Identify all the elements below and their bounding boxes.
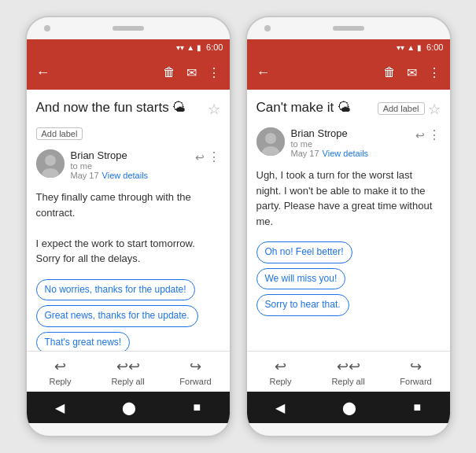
smart-reply-2-1[interactable]: We will miss you! xyxy=(256,268,346,290)
sender-date-row-2: May 17 View details xyxy=(291,149,409,158)
view-details-2[interactable]: View details xyxy=(323,149,369,158)
nav-bar-1: ◀ ⬤ ■ xyxy=(27,392,230,423)
reply-btn-label-2: Reply xyxy=(269,377,291,386)
toolbar-2: ← 🗑 ✉ ⋮ xyxy=(247,55,450,90)
phone-top-1 xyxy=(27,17,230,39)
status-bar-1: ▾▾ ▲ ▮ 6:00 xyxy=(27,39,230,55)
reply-icon-sm-1[interactable]: ↩ xyxy=(195,151,205,164)
sender-row-2: Brian Strope to me May 17 View details ↩… xyxy=(256,127,441,158)
reply-btn-icon-1: ↩ xyxy=(54,358,66,375)
sender-actions-1: ↩ ⋮ xyxy=(195,149,220,164)
reply-btn-icon-2: ↩ xyxy=(275,358,286,375)
delete-icon-2[interactable]: 🗑 xyxy=(380,62,399,83)
nav-recent-1[interactable]: ■ xyxy=(180,397,213,418)
status-icons-1: ▾▾ ▲ ▮ xyxy=(176,43,201,52)
avatar-svg-1 xyxy=(36,149,65,178)
sender-more-icon-2[interactable]: ⋮ xyxy=(428,127,441,142)
add-label-1[interactable]: Add label xyxy=(36,124,220,140)
signal-icon-1: ▾▾ xyxy=(176,43,184,52)
signal-icon-2: ▾▾ xyxy=(397,43,404,52)
back-button-2[interactable]: ← xyxy=(253,61,274,84)
reply-all-btn-1[interactable]: ↩↩ Reply all xyxy=(94,358,162,386)
phone-camera-1 xyxy=(44,25,50,31)
view-details-1[interactable]: View details xyxy=(102,171,149,180)
sender-date-row-1: May 17 View details xyxy=(71,171,189,180)
forward-btn-label-1: Forward xyxy=(179,377,211,386)
more-icon-2[interactable]: ⋮ xyxy=(425,62,444,83)
smart-reply-2-0[interactable]: Oh no! Feel better! xyxy=(256,241,352,263)
phone-speaker-1 xyxy=(113,26,144,31)
email-body-2: Ugh, I took a turn for the worst last ni… xyxy=(256,168,441,229)
toolbar-1: ← 🗑 ✉ ⋮ xyxy=(27,55,230,90)
smart-reply-1-1[interactable]: Great news, thanks for the update. xyxy=(36,305,198,327)
delete-icon-1[interactable]: 🗑 xyxy=(160,62,179,83)
forward-btn-2[interactable]: ↪ Forward xyxy=(382,358,450,386)
back-button-1[interactable]: ← xyxy=(33,61,54,84)
star-icon-1[interactable]: ☆ xyxy=(208,101,220,118)
sender-date-2: May 17 xyxy=(291,149,319,158)
smart-replies-1: No worries, thanks for the update! Great… xyxy=(36,279,220,352)
nav-back-2[interactable]: ◀ xyxy=(263,397,297,418)
reply-btn-1[interactable]: ↩ Reply xyxy=(27,358,94,386)
more-icon-1[interactable]: ⋮ xyxy=(205,62,223,83)
nav-home-1[interactable]: ⬤ xyxy=(109,397,149,418)
avatar-svg-2 xyxy=(256,127,285,156)
reply-icon-sm-2[interactable]: ↩ xyxy=(415,129,425,142)
forward-btn-1[interactable]: ↪ Forward xyxy=(162,358,230,386)
sender-to-1: to me xyxy=(71,161,189,171)
phone-2: ▾▾ ▲ ▮ 6:00 ← 🗑 ✉ ⋮ Can't make it 🌤 Add … xyxy=(245,16,452,437)
wifi-icon-2: ▲ xyxy=(407,43,415,52)
svg-point-1 xyxy=(45,155,56,166)
reply-all-btn-icon-1: ↩↩ xyxy=(116,358,140,375)
email-content-1: And now the fun starts 🌤 ☆ Add label xyxy=(27,90,230,351)
reply-all-btn-label-1: Reply all xyxy=(111,377,144,386)
sender-more-icon-1[interactable]: ⋮ xyxy=(208,149,220,164)
avatar-1 xyxy=(36,149,65,178)
email-subject-1: And now the fun starts 🌤 xyxy=(36,99,205,116)
nav-back-1[interactable]: ◀ xyxy=(42,397,77,418)
wifi-icon-1: ▲ xyxy=(186,43,194,52)
smart-reply-1-0[interactable]: No worries, thanks for the update! xyxy=(36,279,195,301)
svg-point-4 xyxy=(265,133,276,144)
smart-reply-1-2[interactable]: That's great news! xyxy=(36,332,131,351)
add-label-btn-1[interactable]: Add label xyxy=(36,127,83,140)
email-icon-1[interactable]: ✉ xyxy=(183,62,200,83)
smart-reply-2-2[interactable]: Sorry to hear that. xyxy=(256,294,349,316)
nav-bar-2: ◀ ⬤ ■ xyxy=(247,392,450,423)
battery-icon-2: ▮ xyxy=(417,43,422,52)
sender-name-1: Brian Strope xyxy=(71,149,189,161)
sender-name-2: Brian Strope xyxy=(291,127,409,139)
reply-btn-label-1: Reply xyxy=(49,377,71,386)
phone-bottom-2 xyxy=(247,423,450,436)
email-body-1: They finally came through with the contr… xyxy=(36,190,220,267)
phone-speaker-2 xyxy=(333,26,364,31)
status-bar-2: ▾▾ ▲ ▮ 6:00 xyxy=(247,39,450,55)
sender-date-1: May 17 xyxy=(71,171,99,180)
body-line2-1: I expect the work to start tomorrow. Sor… xyxy=(36,236,220,267)
reply-all-btn-label-2: Reply all xyxy=(331,377,364,386)
forward-btn-icon-2: ↪ xyxy=(410,358,422,375)
battery-icon-1: ▮ xyxy=(197,43,201,52)
phone-screen-1: ▾▾ ▲ ▮ 6:00 ← 🗑 ✉ ⋮ And now the fun star… xyxy=(27,39,230,423)
forward-btn-icon-1: ↪ xyxy=(190,358,201,375)
email-subject-2: Can't make it 🌤 xyxy=(256,99,373,116)
time-1: 6:00 xyxy=(206,42,223,52)
action-bar-2: ↩ Reply ↩↩ Reply all ↪ Forward xyxy=(247,351,450,392)
email-icon-2[interactable]: ✉ xyxy=(404,62,420,83)
reply-all-btn-2[interactable]: ↩↩ Reply all xyxy=(315,358,382,386)
reply-btn-2[interactable]: ↩ Reply xyxy=(247,358,315,386)
phone-top-2 xyxy=(247,17,450,39)
star-icon-2[interactable]: ☆ xyxy=(428,101,441,118)
sender-actions-2: ↩ ⋮ xyxy=(415,127,441,142)
body-line1-1: They finally came through with the contr… xyxy=(36,190,220,220)
add-label-btn-2[interactable]: Add label xyxy=(378,102,425,115)
sender-info-2: Brian Strope to me May 17 View details xyxy=(291,127,409,158)
avatar-2 xyxy=(256,127,285,156)
nav-recent-2[interactable]: ■ xyxy=(400,397,434,418)
sender-info-1: Brian Strope to me May 17 View details xyxy=(71,149,189,180)
phone-camera-2 xyxy=(264,25,271,31)
subject-row-2: Can't make it 🌤 Add label ☆ xyxy=(256,99,441,118)
nav-home-2[interactable]: ⬤ xyxy=(330,397,369,418)
email-content-2: Can't make it 🌤 Add label ☆ Brian Strope xyxy=(247,90,450,351)
smart-replies-2: Oh no! Feel better! We will miss you! So… xyxy=(256,241,441,316)
